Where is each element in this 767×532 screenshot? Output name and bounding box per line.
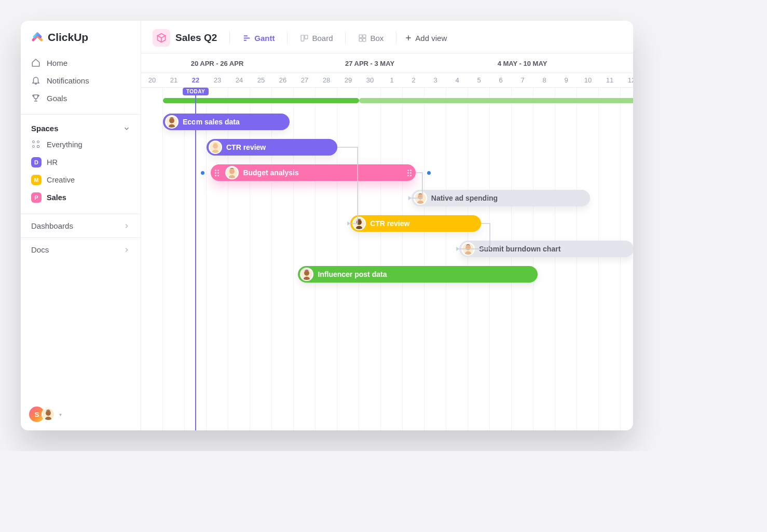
nav-notifications[interactable]: Notifications: [26, 72, 135, 89]
everything-icon: [32, 141, 40, 149]
view-board-label: Board: [312, 34, 333, 43]
day-cell[interactable]: 11: [599, 73, 621, 87]
spaces-header[interactable]: Spaces: [21, 119, 141, 136]
day-cell[interactable]: 10: [577, 73, 599, 87]
section-docs[interactable]: Docs: [21, 238, 141, 261]
task-label: Submit burndown chart: [479, 245, 560, 253]
day-cell[interactable]: 9: [555, 73, 577, 87]
day-cell[interactable]: 24: [228, 73, 250, 87]
docs-label: Docs: [31, 245, 49, 254]
svg-rect-6: [360, 38, 363, 41]
space-hr[interactable]: D HR: [26, 153, 135, 171]
brand-logo[interactable]: ClickUp: [21, 31, 141, 51]
space-badge: P: [31, 192, 42, 203]
divider: [396, 32, 396, 44]
today-badge: TODAY: [183, 88, 209, 95]
assignee-avatar[interactable]: [300, 268, 313, 281]
drag-handle-icon[interactable]: [407, 168, 412, 177]
svg-rect-4: [360, 35, 363, 38]
view-box[interactable]: Box: [354, 31, 388, 46]
day-cell[interactable]: 6: [490, 73, 512, 87]
assignee-avatar[interactable]: [414, 191, 427, 205]
divider: [287, 32, 287, 44]
assignee-avatar[interactable]: [209, 141, 222, 154]
nav-goals[interactable]: Goals: [26, 89, 135, 107]
divider: [21, 114, 141, 115]
add-view-button[interactable]: Add view: [405, 34, 447, 43]
space-badge: M: [31, 175, 42, 185]
task-bar[interactable]: Native ad spending: [412, 190, 590, 206]
day-cell[interactable]: 30: [359, 73, 381, 87]
chevron-down-icon: [123, 125, 130, 132]
day-cell[interactable]: 23: [207, 73, 228, 87]
day-cell[interactable]: 4: [446, 73, 468, 87]
spaces-list: Everything D HR M Creative P Sales: [21, 136, 141, 206]
chevron-right-icon: [123, 222, 130, 230]
assignee-avatar[interactable]: [461, 242, 475, 256]
space-everything-label: Everything: [47, 141, 83, 149]
user-menu[interactable]: S ▾: [21, 407, 141, 422]
view-board[interactable]: Board: [296, 31, 337, 46]
nav-home[interactable]: Home: [26, 54, 135, 72]
day-cell[interactable]: 1: [381, 73, 403, 87]
day-cell[interactable]: 12: [621, 73, 633, 87]
milestone-dot[interactable]: [201, 171, 204, 175]
add-view-label: Add view: [415, 34, 447, 43]
caret-down-icon: ▾: [59, 412, 62, 417]
task-bar[interactable]: Influencer post data: [298, 266, 538, 283]
nav-home-label: Home: [47, 59, 67, 67]
summary-bar[interactable]: [359, 98, 633, 103]
dashboards-label: Dashboards: [31, 221, 73, 230]
space-label: HR: [47, 158, 58, 166]
sidebar: ClickUp Home Notifications Goals Spaces: [21, 21, 141, 430]
day-cell[interactable]: 28: [316, 73, 337, 87]
svg-rect-5: [363, 35, 366, 38]
day-cell[interactable]: 21: [163, 73, 185, 87]
svg-point-15: [418, 194, 423, 200]
task-bar[interactable]: Budget analysis: [211, 164, 416, 181]
primary-nav: Home Notifications Goals: [21, 51, 141, 110]
task-bar[interactable]: Ecom sales data: [163, 114, 290, 130]
workspace-icon[interactable]: [153, 29, 170, 47]
task-bar[interactable]: Submit burndown chart: [459, 241, 633, 257]
main-panel: Sales Q2 Gantt Board Box Add view: [141, 21, 633, 430]
view-gantt-label: Gantt: [254, 34, 275, 43]
cube-icon: [156, 33, 167, 43]
box-icon: [358, 34, 367, 43]
day-cell[interactable]: 26: [272, 73, 294, 87]
section-dashboards[interactable]: Dashboards: [21, 214, 141, 238]
day-cell[interactable]: 5: [468, 73, 490, 87]
assignee-avatar[interactable]: [165, 115, 179, 129]
week-label: 4 MAY - 10 MAY: [446, 53, 599, 73]
view-gantt[interactable]: Gantt: [238, 31, 279, 46]
space-label: Creative: [47, 176, 75, 184]
space-sales[interactable]: P Sales: [26, 189, 135, 206]
task-bar[interactable]: CTR review: [350, 215, 481, 232]
drag-handle-icon[interactable]: [215, 168, 219, 177]
day-cell[interactable]: 20: [141, 73, 163, 87]
svg-point-19: [465, 245, 471, 250]
plus-icon: [405, 34, 412, 41]
day-cell[interactable]: 25: [250, 73, 272, 87]
day-cell[interactable]: 22: [185, 73, 207, 87]
assignee-avatar[interactable]: [225, 166, 239, 179]
week-label: 20 APR - 26 APR: [141, 53, 294, 73]
trophy-icon: [31, 93, 40, 103]
day-cell[interactable]: 3: [424, 73, 446, 87]
brand-name: ClickUp: [48, 31, 88, 44]
user-avatar: [42, 408, 55, 421]
space-everything[interactable]: Everything: [26, 136, 135, 153]
gantt-body[interactable]: TODAY Ecom sales data CTR review Budget …: [141, 88, 633, 430]
home-icon: [31, 58, 40, 67]
day-cell[interactable]: 7: [512, 73, 533, 87]
divider: [229, 32, 230, 44]
day-cell[interactable]: 2: [403, 73, 424, 87]
summary-bar[interactable]: [163, 98, 359, 103]
day-cell[interactable]: 8: [533, 73, 555, 87]
task-bar[interactable]: CTR review: [207, 139, 337, 156]
task-label: Budget analysis: [243, 169, 298, 177]
assignee-avatar[interactable]: [352, 217, 366, 230]
space-creative[interactable]: M Creative: [26, 171, 135, 189]
day-cell[interactable]: 29: [337, 73, 359, 87]
day-cell[interactable]: 27: [294, 73, 316, 87]
